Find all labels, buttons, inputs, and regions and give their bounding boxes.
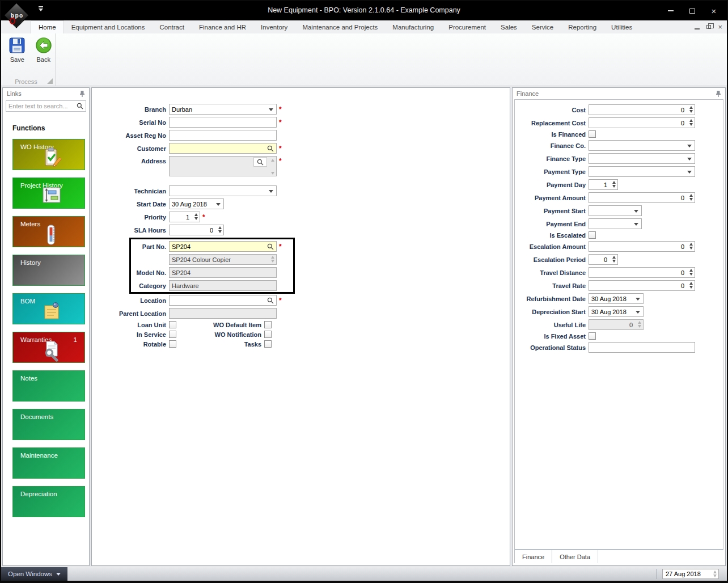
pin-icon[interactable]: [716, 90, 721, 98]
chevron-down-icon[interactable]: [636, 298, 640, 301]
tasks-checkbox[interactable]: [264, 340, 272, 348]
tab-sales[interactable]: Sales: [493, 20, 524, 33]
save-button[interactable]: Save: [6, 36, 29, 63]
finance-type-select[interactable]: [589, 153, 695, 164]
close-button[interactable]: ×: [704, 3, 723, 18]
search-icon[interactable]: [77, 103, 83, 109]
spinner-icon[interactable]: [689, 243, 693, 250]
search-icon[interactable]: [267, 243, 274, 251]
open-windows-button[interactable]: Open Windows: [1, 567, 67, 581]
spinner-icon[interactable]: [689, 194, 693, 201]
finance-co-select[interactable]: [589, 140, 695, 151]
spinner-icon[interactable]: [218, 226, 222, 233]
asset-reg-no-input[interactable]: [169, 130, 277, 141]
group-dialog-launcher-icon[interactable]: [47, 78, 53, 84]
tab-home[interactable]: Home: [31, 20, 64, 33]
spinner-icon[interactable]: [713, 571, 717, 577]
mdi-close-icon[interactable]: ×: [718, 23, 722, 31]
tab-finance-and-hr[interactable]: Finance and HR: [192, 20, 253, 33]
refurbishment-date-picker[interactable]: 30 Aug 2018: [589, 293, 644, 304]
customer-lookup[interactable]: [169, 143, 277, 154]
wo-history-button[interactable]: WO History: [12, 139, 85, 170]
priority-stepper[interactable]: 1: [169, 212, 200, 222]
payment-end-select[interactable]: [589, 218, 642, 229]
depreciation-start-picker[interactable]: 30 Aug 2018: [589, 306, 644, 317]
chevron-down-icon[interactable]: [634, 223, 638, 226]
search-input[interactable]: [9, 103, 77, 109]
payment-amount-input[interactable]: 0: [589, 192, 695, 203]
notes-button[interactable]: Notes: [12, 370, 85, 402]
tab-contract[interactable]: Contract: [152, 20, 191, 33]
warranties-button[interactable]: Warranties 1: [12, 332, 85, 363]
operational-status-input[interactable]: [589, 342, 695, 353]
rotable-checkbox[interactable]: [169, 340, 176, 348]
payment-day-stepper[interactable]: 1: [589, 179, 618, 190]
escalation-amount-input[interactable]: 0: [589, 241, 695, 252]
links-search-box[interactable]: [6, 100, 86, 112]
chevron-down-icon[interactable]: [636, 311, 640, 314]
technician-select[interactable]: [169, 185, 277, 196]
spinner-icon[interactable]: [194, 213, 198, 220]
address-scroll-spinner[interactable]: [271, 159, 274, 175]
search-icon[interactable]: [267, 297, 274, 305]
search-icon[interactable]: [267, 145, 274, 153]
minimize-button[interactable]: [661, 3, 680, 18]
payment-type-select[interactable]: [589, 166, 695, 177]
in-service-checkbox[interactable]: [169, 331, 176, 338]
maximize-button[interactable]: [683, 3, 702, 18]
mdi-restore-icon[interactable]: [706, 25, 711, 29]
chevron-down-icon[interactable]: [216, 203, 221, 206]
spinner-icon[interactable]: [612, 181, 616, 188]
travel-distance-input[interactable]: 0: [589, 267, 695, 278]
status-date-picker[interactable]: 27 Aug 2018: [662, 569, 719, 579]
pin-icon[interactable]: [79, 90, 85, 98]
wo-default-item-checkbox[interactable]: [264, 321, 272, 328]
address-search-button[interactable]: [253, 157, 267, 167]
loan-unit-checkbox[interactable]: [169, 321, 176, 328]
travel-rate-input[interactable]: 0: [589, 280, 695, 291]
is-fixed-asset-checkbox[interactable]: [589, 332, 596, 340]
is-financed-checkbox[interactable]: [589, 130, 596, 138]
chevron-down-icon[interactable]: [269, 108, 273, 111]
tab-equipment-and-locations[interactable]: Equipment and Locations: [64, 20, 153, 33]
address-box[interactable]: [169, 156, 277, 176]
documents-button[interactable]: Documents: [12, 409, 85, 440]
tab-finance[interactable]: Finance: [514, 550, 552, 563]
escalation-period-stepper[interactable]: 0: [589, 254, 618, 265]
chevron-down-icon[interactable]: [269, 190, 273, 193]
chevron-down-icon[interactable]: [687, 158, 692, 160]
cost-input[interactable]: 0: [589, 104, 695, 115]
bom-button[interactable]: BOM: [12, 293, 85, 324]
tab-maintenance-and-projects[interactable]: Maintenance and Projects: [295, 20, 385, 33]
payment-start-select[interactable]: [589, 205, 642, 216]
chevron-down-icon[interactable]: [687, 171, 692, 174]
spinner-icon[interactable]: [612, 256, 616, 263]
tab-manufacturing[interactable]: Manufacturing: [385, 20, 441, 33]
replacement-cost-input[interactable]: 0: [589, 117, 695, 128]
chevron-down-icon[interactable]: [687, 145, 692, 147]
tab-service[interactable]: Service: [524, 20, 561, 33]
tab-other-data[interactable]: Other Data: [552, 550, 598, 563]
depreciation-button[interactable]: Depreciation: [12, 486, 85, 517]
part-no-lookup[interactable]: SP204: [169, 241, 277, 252]
spinner-icon[interactable]: [689, 282, 693, 289]
tab-utilities[interactable]: Utilities: [604, 20, 640, 33]
tab-reporting[interactable]: Reporting: [561, 20, 604, 33]
spinner-icon[interactable]: [689, 269, 693, 276]
mdi-minimize-icon[interactable]: [695, 28, 700, 29]
branch-select[interactable]: Durban: [169, 104, 277, 115]
location-lookup[interactable]: [169, 295, 277, 306]
spinner-icon[interactable]: [689, 106, 693, 113]
maintenance-button[interactable]: Maintenance: [12, 447, 85, 479]
sla-hours-stepper[interactable]: 0: [169, 225, 224, 235]
history-button[interactable]: History: [12, 255, 85, 286]
tab-inventory[interactable]: Inventory: [253, 20, 295, 33]
spinner-icon[interactable]: [689, 119, 693, 126]
back-button[interactable]: Back: [32, 36, 56, 63]
start-date-picker[interactable]: 30 Aug 2018: [169, 198, 224, 209]
is-escalated-checkbox[interactable]: [589, 231, 596, 239]
chevron-down-icon[interactable]: [634, 210, 638, 213]
serial-no-input[interactable]: [169, 117, 277, 128]
tab-procurement[interactable]: Procurement: [441, 20, 493, 33]
project-history-button[interactable]: Project History: [12, 178, 85, 209]
